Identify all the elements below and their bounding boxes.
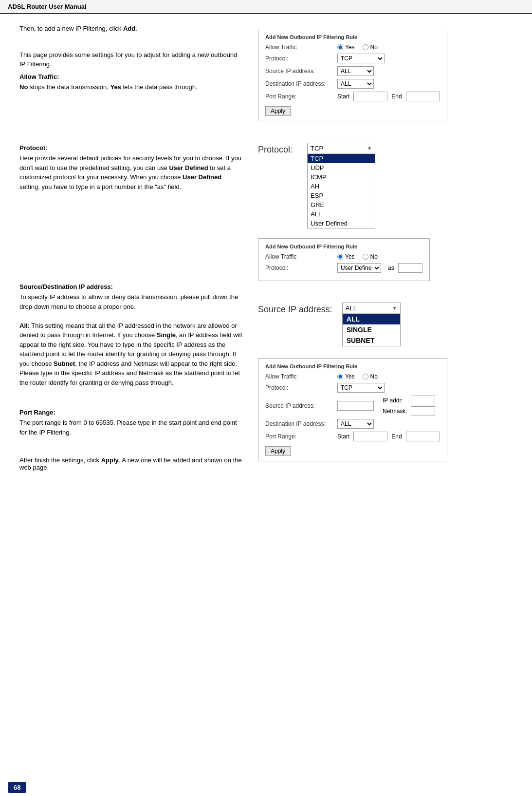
form-box-3: Add New Outbound IP Filtering Rule Allow… xyxy=(258,358,447,461)
form3-source-ip-select[interactable]: SUBNET ALL SINGLE xyxy=(337,401,374,411)
form3-netmask-label: Netmask: xyxy=(383,408,409,415)
form1-end-input[interactable] xyxy=(406,92,440,101)
form2-protocol-select[interactable]: User Defined TCP UDP xyxy=(337,263,381,273)
form2-no-option[interactable]: No xyxy=(363,253,378,260)
form3-netmask-input[interactable] xyxy=(411,406,435,416)
form1-apply-row: Apply xyxy=(265,104,440,116)
form3-allow-traffic-label: Allow Traffic xyxy=(265,373,333,380)
source-ip-option-all[interactable]: ALL xyxy=(343,314,400,324)
form3-no-option[interactable]: No xyxy=(363,373,378,380)
protocol-section: Protocol: Here provide several default p… xyxy=(19,144,243,191)
form2-no-radio[interactable] xyxy=(363,254,368,260)
form1-apply-button[interactable]: Apply xyxy=(265,106,291,116)
form1-start-input[interactable] xyxy=(353,92,387,101)
intro-section: Then, to add a new IP Filtering, click A… xyxy=(19,24,243,34)
form3-source-ip-label: Source IP address: xyxy=(265,402,333,409)
form3-port-range-row: Port Range: Start End xyxy=(265,432,440,441)
source-ip-title: Source/Destination IP address: xyxy=(19,283,243,290)
form1-no-radio[interactable] xyxy=(363,44,368,50)
form1-end-label: End xyxy=(391,93,402,100)
form1-protocol-select[interactable]: TCP UDP ICMP AH ESP GRE ALL User Defined xyxy=(337,54,385,63)
form1-dest-ip-row: Destination IP address: ALL SINGLE SUBNE… xyxy=(265,79,440,89)
protocol-title: Protocol: xyxy=(19,144,243,152)
form3-dest-ip-label: Destination IP address: xyxy=(265,420,333,427)
form2-allow-traffic-row: Allow Traffic Yes No xyxy=(265,253,422,260)
form2-yes-option[interactable]: Yes xyxy=(337,253,355,260)
form1-radio-group: Yes No xyxy=(337,44,378,51)
page-footer: 68 xyxy=(0,779,532,796)
form2-protocol-label: Protocol: xyxy=(265,265,333,271)
port-range-section: Port Range: The port range is from 0 to … xyxy=(19,409,243,437)
form3-ipaddr-row: IP addr: xyxy=(383,396,435,405)
form2-as-input[interactable] xyxy=(398,263,422,273)
port-range-body: The port range is from 0 to 65535. Pleas… xyxy=(19,418,243,437)
allow-traffic-body: No stops the data transmission, Yes lets… xyxy=(19,82,243,92)
intro-add-bold: Add xyxy=(123,25,135,32)
source-ip-dropdown-list[interactable]: ALL ▼ ALL SINGLE SUBNET xyxy=(342,303,401,346)
protocol-option-all[interactable]: ALL xyxy=(308,209,375,219)
source-ip-option-subnet[interactable]: SUBNET xyxy=(343,335,400,346)
form1-yes-option[interactable]: Yes xyxy=(337,44,355,51)
protocol-option-ah[interactable]: AH xyxy=(308,182,375,191)
form3-yes-radio[interactable] xyxy=(337,374,343,379)
form3-port-range-label: Port Range: xyxy=(265,433,333,440)
form3-dest-ip-select[interactable]: ALL SINGLE SUBNET xyxy=(337,419,374,429)
form1-source-ip-row: Source IP address: ALL SINGLE SUBNET xyxy=(265,66,440,76)
form1-no-option[interactable]: No xyxy=(363,44,378,51)
form1-port-range-row: Port Range: Start End xyxy=(265,92,440,101)
form1-yes-radio[interactable] xyxy=(337,44,343,50)
form2-title: Add New Outbound IP Filtering Rule xyxy=(265,244,422,249)
no-bold: No xyxy=(19,83,28,91)
protocol-body: Here provide several default policies fo… xyxy=(19,153,243,191)
form1-source-ip-select[interactable]: ALL SINGLE SUBNET xyxy=(337,66,374,76)
protocol-dropdown-label: Protocol: xyxy=(258,143,293,155)
form2-protocol-row: Protocol: User Defined TCP UDP as xyxy=(265,263,422,273)
intro-text: Then, to add a new IP Filtering, click xyxy=(19,25,123,32)
form1-protocol-row: Protocol: TCP UDP ICMP AH ESP GRE ALL Us… xyxy=(265,54,440,63)
form-box-2: Add New Outbound IP Filtering Rule Allow… xyxy=(258,238,430,281)
protocol-option-esp[interactable]: ESP xyxy=(308,191,375,200)
form3-protocol-select[interactable]: TCP UDP ALL User Defined xyxy=(337,383,385,393)
form2-radio-group: Yes No xyxy=(337,253,378,260)
protocol-option-udp[interactable]: UDP xyxy=(308,163,375,172)
form3-end-label: End xyxy=(391,433,402,440)
page-number-badge: 68 xyxy=(8,782,26,793)
form1-protocol-label: Protocol: xyxy=(265,55,333,62)
form1-start-label: Start xyxy=(337,93,349,100)
form3-dest-ip-row: Destination IP address: ALL SINGLE SUBNE… xyxy=(265,419,440,429)
form3-ipaddr-input[interactable] xyxy=(411,396,435,405)
form3-apply-button[interactable]: Apply xyxy=(265,446,291,456)
after-finish-section: After finish the settings, click Apply. … xyxy=(19,456,243,471)
form3-protocol-label: Protocol: xyxy=(265,384,333,391)
protocol-option-icmp[interactable]: ICMP xyxy=(308,172,375,182)
port-range-title: Port Range: xyxy=(19,409,243,416)
source-ip-dropdown-label: Source IP address: xyxy=(258,303,332,315)
form3-yes-option[interactable]: Yes xyxy=(337,373,355,380)
form3-no-radio[interactable] xyxy=(363,374,368,379)
form2-allow-traffic-label: Allow Traffic xyxy=(265,253,333,260)
page-desc-para1: This page provides some settings for you… xyxy=(19,50,243,69)
form1-title: Add New Outbound IP Filtering Rule xyxy=(265,34,440,40)
right-column: Add New Outbound IP Filtering Rule Allow… xyxy=(258,24,513,485)
protocol-option-user-defined[interactable]: User Defined xyxy=(308,219,375,228)
form3-end-input[interactable] xyxy=(406,432,440,441)
source-ip-dropdown-arrow: ▼ xyxy=(392,305,397,311)
form1-dest-ip-select[interactable]: ALL SINGLE SUBNET xyxy=(337,79,374,89)
form3-title: Add New Outbound IP Filtering Rule xyxy=(265,363,440,369)
header-title: ADSL Router User Manual xyxy=(8,3,87,10)
form3-start-input[interactable] xyxy=(353,432,387,441)
protocol-dropdown-header[interactable]: TCP ▼ xyxy=(308,143,375,154)
source-ip-dropdown-header[interactable]: ALL ▼ xyxy=(343,303,400,314)
form1-dest-ip-label: Destination IP address: xyxy=(265,80,333,87)
yes-bold: Yes xyxy=(110,83,121,91)
form-box-1: Add New Outbound IP Filtering Rule Allow… xyxy=(258,29,447,121)
allow-traffic-title: Allow Traffic: xyxy=(19,73,243,80)
protocol-option-tcp[interactable]: TCP xyxy=(308,154,375,163)
form2-yes-radio[interactable] xyxy=(337,254,343,260)
form1-source-ip-label: Source IP address: xyxy=(265,68,333,75)
protocol-option-gre[interactable]: GRE xyxy=(308,200,375,209)
protocol-dropdown-list[interactable]: TCP ▼ TCP UDP ICMP AH ESP GRE ALL User D… xyxy=(307,143,375,228)
source-ip-option-single[interactable]: SINGLE xyxy=(343,324,400,335)
source-ip-dropdown-value: ALL xyxy=(346,304,357,312)
form3-ip-netmask-group: IP addr: Netmask: xyxy=(383,396,435,416)
